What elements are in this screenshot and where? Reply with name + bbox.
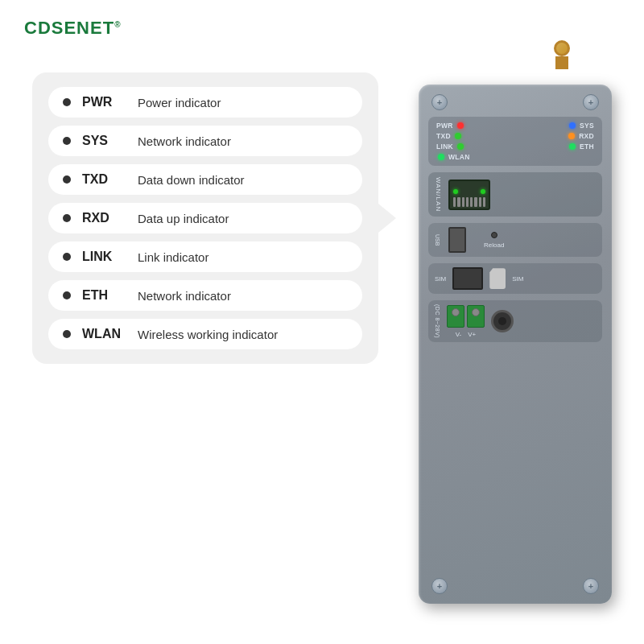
sim-label-right: SIM — [512, 275, 523, 283]
brand-logo: CDSENET® — [24, 18, 122, 39]
sys-led — [569, 122, 576, 129]
rj45-port — [448, 180, 490, 210]
indicator-row-sys: SYS Network indicator — [48, 126, 362, 156]
indicator-name-pwr: PWR — [82, 95, 126, 109]
rj45-pin-4 — [466, 197, 469, 207]
indicator-dot-link — [63, 253, 71, 261]
rxd-label: RXD — [579, 132, 594, 140]
device-body: + + PWR SYS TXD — [419, 85, 612, 604]
indicator-row-link: LINK Link indicator — [48, 242, 362, 272]
rj45-led-right — [481, 189, 485, 194]
screw-top-left: + — [431, 94, 448, 110]
txd-led — [455, 133, 461, 139]
indicator-dot-eth — [63, 291, 71, 299]
vminus-label: V- — [456, 331, 462, 338]
rj45-pin-1 — [453, 197, 456, 207]
rj45-pin-8 — [483, 197, 485, 207]
indicator-desc-txd: Data down indicator — [138, 173, 245, 187]
rj45-led-left — [453, 189, 458, 194]
indicator-desc-sys: Network indicator — [138, 134, 231, 148]
usb-reload-section: USB Reload — [428, 223, 602, 257]
rj45-pin-5 — [470, 197, 473, 207]
led-row-wlan: WLAN — [436, 153, 594, 161]
indicator-dot-txd — [63, 175, 71, 184]
sim-card-icon — [489, 268, 506, 289]
indicator-name-wlan: WLAN — [82, 327, 126, 341]
led-row-txd: TXD — [436, 132, 513, 140]
screw-bottom-left: + — [431, 578, 448, 594]
indicator-row-eth: ETH Network indicator — [48, 280, 362, 311]
sim-section: SIM SIM — [428, 263, 602, 294]
wan-lan-section: WAN/LAN — [428, 172, 602, 217]
screw-bottom-right: + — [583, 578, 599, 594]
dc-jack-inner — [498, 317, 506, 325]
rj45-pin-3 — [462, 197, 464, 207]
sys-label: SYS — [580, 122, 594, 130]
link-led — [457, 143, 464, 150]
brand-trademark: ® — [114, 20, 121, 29]
rj45-pins — [453, 197, 485, 207]
indicator-name-link: LINK — [82, 250, 126, 264]
bottom-screws-row: + + — [428, 578, 602, 594]
sim-label: SIM — [435, 275, 446, 283]
terminal-screw-1 — [452, 308, 460, 316]
indicator-desc-rxd: Data up indicator — [138, 212, 229, 225]
rj45-pin-2 — [457, 197, 460, 207]
led-row-eth: ETH — [518, 142, 594, 151]
indicator-name-sys: SYS — [82, 134, 126, 148]
antenna-connector — [554, 40, 570, 56]
indicator-row-rxd: RXD Data up indicator — [48, 203, 362, 233]
indicator-row-wlan: WLAN Wireless working indicator — [48, 319, 362, 349]
device-container: + + PWR SYS TXD — [411, 40, 620, 604]
sim-slot — [452, 267, 483, 290]
terminal-block — [447, 305, 485, 328]
terminal-pin-vplus — [467, 305, 485, 328]
led-section: PWR SYS TXD RXD LINK — [428, 117, 602, 166]
terminal-screw-2 — [472, 308, 480, 316]
indicator-desc-eth: Network indicator — [138, 289, 231, 303]
vplus-label: V+ — [468, 331, 476, 338]
indicator-row-txd: TXD Data down indicator — [48, 164, 362, 195]
txd-label: TXD — [436, 132, 451, 140]
pwr-label: PWR — [436, 122, 453, 130]
indicator-dot-wlan — [63, 330, 71, 338]
top-screws-row: + + — [428, 94, 602, 110]
led-row-pwr: PWR — [436, 122, 513, 130]
rxd-led — [568, 133, 575, 139]
rj45-pin-6 — [474, 197, 477, 207]
led-row-rxd: RXD — [518, 132, 594, 140]
led-row-sys: SYS — [518, 122, 594, 130]
usb-port — [448, 227, 466, 253]
info-panel: PWR Power indicator SYS Network indicato… — [32, 72, 378, 364]
antenna-base — [555, 56, 568, 69]
eth-label: ETH — [580, 142, 594, 151]
indicator-name-eth: ETH — [82, 288, 126, 303]
wlan-led — [438, 154, 444, 160]
indicator-name-rxd: RXD — [82, 211, 126, 225]
wan-lan-label: WAN/LAN — [435, 177, 442, 212]
power-range-label: (DC 8~28V) — [435, 304, 440, 338]
indicator-dot-pwr — [63, 98, 71, 106]
indicator-desc-link: Link indicator — [138, 250, 208, 264]
link-label: LINK — [436, 142, 453, 151]
usb-label: USB — [435, 234, 440, 246]
indicator-dot-rxd — [63, 214, 71, 222]
indicator-dot-sys — [63, 137, 71, 145]
rj45-pin-7 — [479, 197, 481, 207]
terminal-section: (DC 8~28V) V- V+ — [428, 300, 602, 342]
wlan-label: WLAN — [448, 153, 470, 161]
indicator-desc-wlan: Wireless working indicator — [138, 328, 278, 341]
reload-button[interactable] — [491, 232, 497, 238]
wan-lan-row: WAN/LAN — [435, 177, 596, 212]
led-row-link: LINK — [436, 142, 513, 151]
terminal-pin-vminus — [447, 305, 464, 328]
pwr-led — [457, 122, 464, 129]
page-container: CDSENET® PWR Power indicator SYS Network… — [0, 0, 644, 644]
eth-led — [569, 143, 576, 150]
indicator-name-txd: TXD — [82, 172, 126, 187]
brand-name: CDSENET — [24, 18, 114, 38]
dc-jack — [491, 310, 514, 332]
indicator-desc-pwr: Power indicator — [138, 96, 221, 109]
screw-top-right: + — [583, 94, 599, 110]
indicator-row-pwr: PWR Power indicator — [48, 87, 362, 118]
